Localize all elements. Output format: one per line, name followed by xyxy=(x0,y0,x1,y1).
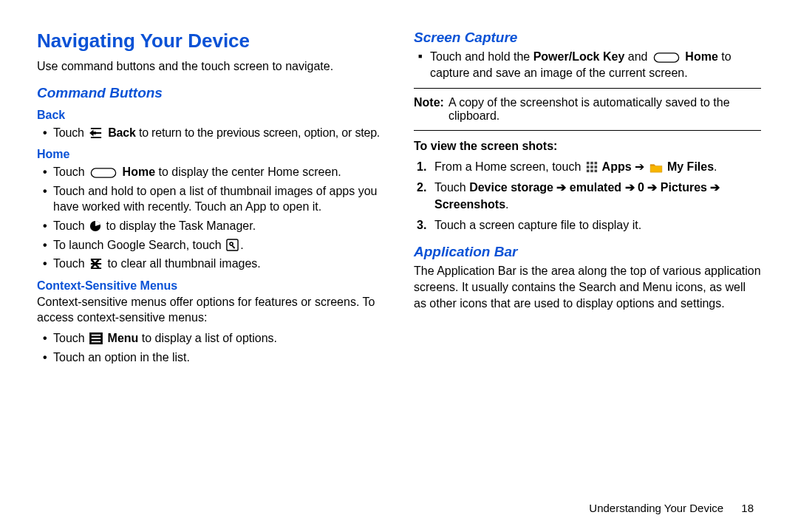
step-3: Touch a screen capture file to display i… xyxy=(434,217,761,233)
home-item-5: Touch to clear all thumbnail images. xyxy=(53,256,384,272)
home-item-4: To launch Google Search, touch . xyxy=(53,237,384,253)
note: Note: A copy of the screenshot is automa… xyxy=(414,96,761,123)
page-title: Navigating Your Device xyxy=(37,30,384,52)
csm-item-2: Touch an option in the list. xyxy=(53,349,384,366)
home-item-1: Touch Home to display the center Home sc… xyxy=(53,164,384,180)
divider xyxy=(414,88,761,89)
note-text: A copy of the screenshot is automaticall… xyxy=(449,96,761,123)
menu-icon xyxy=(89,332,103,344)
back-item-1: Touch Back to return to the previous scr… xyxy=(53,125,384,141)
heading-home: Home xyxy=(37,148,384,161)
csm-item-1: Touch Menu to display a list of options. xyxy=(53,330,384,347)
intro-text: Use command buttons and the touch screen… xyxy=(37,58,384,75)
application-bar-text: The Application Bar is the area along th… xyxy=(414,263,761,311)
step-1: From a Home screen, touch Apps ➔ My File… xyxy=(434,159,761,175)
screen-capture-step: Touch and hold the Power/Lock Key and Ho… xyxy=(430,49,761,81)
folder-icon xyxy=(649,163,663,173)
home-key-icon xyxy=(652,52,681,63)
apps-grid-icon xyxy=(586,161,598,173)
divider xyxy=(414,130,761,131)
home-key-icon xyxy=(89,168,117,178)
step-2: Touch Device storage ➔ emulated ➔ 0 ➔ Pi… xyxy=(434,180,761,213)
right-column: Screen Capture Touch and hold the Power/… xyxy=(414,30,761,369)
page-footer: Understanding Your Device 18 xyxy=(589,502,754,514)
heading-application-bar: Application Bar xyxy=(414,244,761,260)
view-screenshots-heading: To view the screen shots: xyxy=(414,138,761,154)
note-label: Note: xyxy=(414,96,444,123)
task-manager-icon xyxy=(89,220,101,232)
page-number: 18 xyxy=(741,502,754,514)
footer-section: Understanding Your Device xyxy=(589,502,723,514)
heading-context-menus: Context-Sensitive Menus xyxy=(37,279,384,293)
heading-screen-capture: Screen Capture xyxy=(414,30,761,46)
left-column: Navigating Your Device Use command butto… xyxy=(37,30,384,369)
back-icon xyxy=(89,127,103,139)
home-item-3: Touch to display the Task Manager. xyxy=(53,218,384,234)
context-menus-text: Context-sensitive menus offer options fo… xyxy=(37,294,384,326)
clear-thumbnails-icon xyxy=(89,258,103,270)
heading-command-buttons: Command Buttons xyxy=(37,85,384,101)
home-item-2: Touch and hold to open a list of thumbna… xyxy=(53,183,384,215)
google-search-icon xyxy=(226,239,239,251)
heading-back: Back xyxy=(37,109,384,122)
